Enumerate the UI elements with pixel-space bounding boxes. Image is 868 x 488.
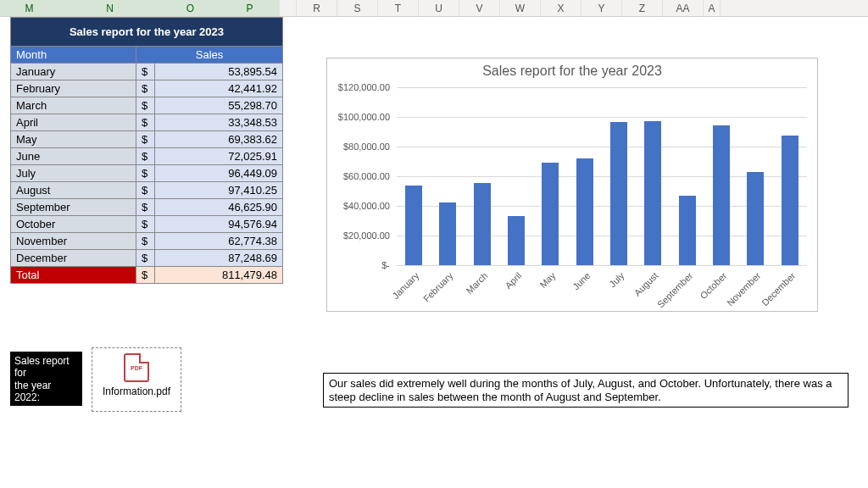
cell-month[interactable]: April <box>11 114 136 131</box>
cell-currency[interactable]: $ <box>136 114 155 131</box>
cell-value[interactable]: 72,025.91 <box>155 148 283 165</box>
commentary-textbox[interactable]: Our sales did extremely well during the … <box>323 373 849 408</box>
chart-title: Sales report for the year 2023 <box>327 64 817 79</box>
table-row[interactable]: October$94,576.94 <box>11 216 283 233</box>
table-title: Sales report for the year 2023 <box>11 18 283 47</box>
prior-year-label: Sales report for the year 2022: <box>10 352 82 406</box>
y-axis-tick: $80,000.00 <box>343 141 390 152</box>
x-axis-tick: November <box>726 270 763 308</box>
x-axis-tick: October <box>698 270 728 301</box>
cell-month[interactable]: February <box>11 80 136 97</box>
cell-value[interactable]: 94,576.94 <box>155 216 283 233</box>
y-axis-tick: $20,000.00 <box>343 230 390 241</box>
bar-december: December <box>773 87 807 265</box>
column-M[interactable]: M <box>0 0 59 16</box>
table-row[interactable]: February$42,441.92 <box>11 80 283 97</box>
cell-currency[interactable]: $ <box>136 233 155 250</box>
header-sales[interactable]: Sales <box>136 47 283 64</box>
column-W[interactable]: W <box>500 0 541 16</box>
cell-month[interactable]: December <box>11 250 136 267</box>
column-Y[interactable]: Y <box>581 0 622 16</box>
cell-month[interactable]: November <box>11 233 136 250</box>
cell-month[interactable]: August <box>11 182 136 199</box>
column-A[interactable]: A <box>704 0 721 16</box>
table-row[interactable]: April$33,348.53 <box>11 114 283 131</box>
header-month[interactable]: Month <box>11 47 136 64</box>
cell-value[interactable]: 62,774.38 <box>155 233 283 250</box>
chart-plot-area: $-$20,000.00$40,000.00$60,000.00$80,000.… <box>397 87 807 265</box>
y-axis-tick: $- <box>381 260 390 270</box>
cell-currency[interactable]: $ <box>136 97 155 114</box>
column-P[interactable]: P <box>220 0 280 16</box>
cell-currency[interactable]: $ <box>136 148 155 165</box>
cell-currency[interactable]: $ <box>136 199 155 216</box>
x-axis-tick: January <box>390 270 420 301</box>
embedded-pdf[interactable]: PDF Information.pdf <box>92 347 181 412</box>
x-axis-tick: June <box>570 270 592 291</box>
cell-month[interactable]: May <box>11 131 136 148</box>
cell-value[interactable]: 87,248.69 <box>155 250 283 267</box>
bar-april: April <box>499 87 533 265</box>
column-X[interactable]: X <box>541 0 581 16</box>
cell-value[interactable]: 96,449.09 <box>155 165 283 182</box>
pdf-filename: Information.pdf <box>92 385 181 397</box>
table-row[interactable]: March$55,298.70 <box>11 97 283 114</box>
x-axis-tick: March <box>464 270 489 296</box>
column-V[interactable]: V <box>459 0 500 16</box>
cell-currency[interactable]: $ <box>136 80 155 97</box>
column-N[interactable]: N <box>59 0 161 16</box>
cell-currency[interactable]: $ <box>136 64 155 80</box>
table-row[interactable]: July$96,449.09 <box>11 165 283 182</box>
bar-september: September <box>670 87 704 265</box>
y-axis-tick: $100,000.00 <box>338 112 390 122</box>
total-currency[interactable]: $ <box>136 267 155 284</box>
bar-february: February <box>431 87 465 265</box>
cell-month[interactable]: October <box>11 216 136 233</box>
column-headers[interactable]: MNOPRSTUVWXYZAAA <box>0 0 868 17</box>
table-row[interactable]: May$69,383.62 <box>11 131 283 148</box>
cell-month[interactable]: June <box>11 148 136 165</box>
cell-value[interactable]: 46,625.90 <box>155 199 283 216</box>
x-axis-tick: April <box>504 270 524 291</box>
column-U[interactable]: U <box>419 0 459 16</box>
bar-march: March <box>465 87 499 265</box>
cell-value[interactable]: 53,895.54 <box>155 64 283 80</box>
total-value[interactable]: 811,479.48 <box>155 267 283 284</box>
table-row[interactable]: December$87,248.69 <box>11 250 283 267</box>
sales-table[interactable]: Sales report for the year 2023 Month Sal… <box>10 17 283 284</box>
bar-may: May <box>533 87 567 265</box>
column-S[interactable]: S <box>337 0 378 16</box>
cell-currency[interactable]: $ <box>136 216 155 233</box>
column-O[interactable]: O <box>161 0 220 16</box>
cell-currency[interactable]: $ <box>136 182 155 199</box>
sales-chart[interactable]: Sales report for the year 2023 $-$20,000… <box>326 58 818 312</box>
cell-month[interactable]: January <box>11 64 136 80</box>
cell-currency[interactable]: $ <box>136 250 155 267</box>
column-narrow[interactable] <box>280 0 297 16</box>
cell-value[interactable]: 97,410.25 <box>155 182 283 199</box>
cell-month[interactable]: July <box>11 165 136 182</box>
column-Z[interactable]: Z <box>622 0 663 16</box>
y-axis-tick: $40,000.00 <box>343 201 390 211</box>
total-label[interactable]: Total <box>11 267 136 284</box>
column-R[interactable]: R <box>297 0 337 16</box>
cell-value[interactable]: 69,383.62 <box>155 131 283 148</box>
table-row[interactable]: November$62,774.38 <box>11 233 283 250</box>
column-T[interactable]: T <box>378 0 419 16</box>
x-axis-tick: February <box>421 270 455 304</box>
x-axis-tick: December <box>760 270 797 308</box>
column-AA[interactable]: AA <box>663 0 704 16</box>
x-axis-tick: August <box>632 270 660 298</box>
table-row[interactable]: June$72,025.91 <box>11 148 283 165</box>
table-row[interactable]: January$53,895.54 <box>11 64 283 80</box>
cell-value[interactable]: 55,298.70 <box>155 97 283 114</box>
table-row[interactable]: September$46,625.90 <box>11 199 283 216</box>
cell-currency[interactable]: $ <box>136 165 155 182</box>
cell-currency[interactable]: $ <box>136 131 155 148</box>
cell-month[interactable]: March <box>11 97 136 114</box>
cell-month[interactable]: September <box>11 199 136 216</box>
cell-value[interactable]: 42,441.92 <box>155 80 283 97</box>
bar-october: October <box>704 87 738 265</box>
table-row[interactable]: August$97,410.25 <box>11 182 283 199</box>
cell-value[interactable]: 33,348.53 <box>155 114 283 131</box>
